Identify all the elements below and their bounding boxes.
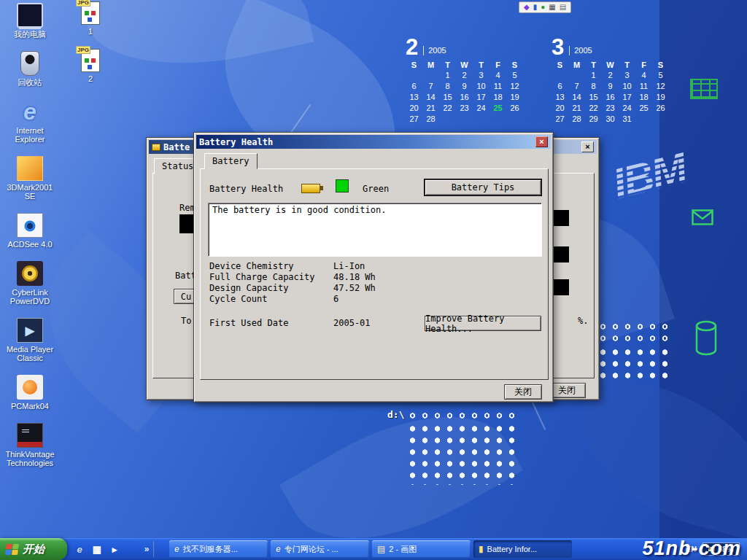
dot-pattern-solid — [597, 346, 670, 383]
taskbar-window-button[interactable]: 专门网论坛 - ... — [271, 540, 369, 558]
calendar-date — [422, 70, 439, 80]
calendar-date: 9 — [602, 81, 619, 91]
task-label: 2 - 画图 — [389, 544, 417, 555]
calendar-date: 11 — [489, 81, 506, 91]
calendar-date: 12 — [652, 81, 669, 91]
dialog-titlebar[interactable]: Battery Health × — [196, 135, 551, 149]
gauge-segment — [553, 246, 569, 262]
start-button[interactable]: 开始 — [0, 538, 67, 560]
calendar-date: 30 — [602, 114, 619, 124]
spec-row: Cycle Count 6 — [209, 294, 530, 305]
calendar-day-header: F — [489, 60, 506, 70]
indicator-icon[interactable]: ▤ — [560, 4, 566, 11]
quick-launch-icon[interactable]: ▸ — [108, 542, 121, 556]
calendar-day-header: S — [406, 60, 422, 70]
desktop-icon[interactable]: ACDSee 4.0 — [1, 213, 58, 249]
calendar-date: 4 — [635, 70, 652, 80]
calendar-day-header: T — [585, 60, 602, 70]
calendar-date: 18 — [635, 92, 652, 102]
indicator-icon[interactable]: ◆ — [524, 4, 530, 11]
calendar-day-header: S — [506, 60, 523, 70]
dot-pattern-hollow — [597, 321, 670, 345]
calendar-date: 23 — [602, 103, 619, 113]
desktop-icon[interactable]: Internet Explorer — [1, 99, 58, 144]
calendar-date: 5 — [652, 70, 669, 80]
task-label: Battery Infor... — [487, 545, 537, 553]
calendar-date: 29 — [585, 114, 602, 124]
calendar-date: 24 — [473, 103, 489, 113]
spec-label: Design Capacity — [209, 283, 333, 294]
desktop-icon-image — [17, 261, 43, 286]
indicator-toolbar[interactable]: ◆ ▮ ● ▦ ▤ — [519, 1, 571, 13]
calendar-date: 14 — [422, 92, 439, 102]
indicator-icon[interactable]: ● — [541, 4, 545, 11]
first-used-label: First Used Date — [209, 318, 333, 329]
calendar-date: 4 — [489, 70, 506, 80]
desktop-icon[interactable]: PCMark04 — [1, 375, 58, 411]
battery-health-dialog[interactable]: Battery Health × Battery Battery Health … — [193, 132, 554, 402]
taskbar-window-button[interactable]: Battery Infor... — [473, 540, 572, 558]
desktop-icon[interactable]: 我的电脑 — [1, 3, 58, 39]
calendar-dates: 1234567891011121314151617181920212223242… — [406, 70, 530, 124]
spec-row: Device Chemistry Li-Ion — [209, 261, 530, 272]
desktop-icon[interactable]: ThinkVantage Technologies — [1, 423, 58, 467]
close-button[interactable]: 关闭 — [504, 384, 542, 400]
desktop-icon[interactable]: 回收站 — [1, 51, 58, 87]
calendar-date: 9 — [456, 81, 473, 91]
calendar-date: 2 — [602, 70, 619, 80]
calendar-date: 7 — [422, 81, 439, 91]
cylinder-icon — [693, 319, 719, 360]
jpg-badge: JPG — [76, 46, 90, 54]
calendar-date — [635, 114, 652, 124]
calendar-date: 3 — [473, 70, 489, 80]
svg-text:IBM: IBM — [608, 143, 693, 207]
calendar-day-header: W — [602, 60, 619, 70]
tab-battery[interactable]: Battery — [204, 153, 258, 169]
desktop-icon[interactable]: CyberLink PowerDVD — [1, 261, 58, 306]
taskbar-window-button[interactable]: 2 - 画图 — [372, 540, 471, 558]
desktop-icon[interactable]: Media Player Classic — [1, 318, 58, 362]
desktop-file[interactable]: JPG 1 — [69, 1, 112, 36]
desktop-icon-label: 3DMark2001 SE — [1, 183, 58, 201]
calendar-date: 13 — [406, 92, 422, 102]
calendar-march: 3 2005 SMTWTFS 1234567891011121314151617… — [551, 38, 676, 124]
health-status-swatch — [336, 179, 349, 192]
calendar-date: 8 — [585, 81, 602, 91]
calendar-year: 2005 — [569, 46, 592, 55]
calendar-day-header: M — [422, 60, 439, 70]
calendar-year: 2005 — [423, 46, 446, 55]
battery-tips-button[interactable]: Battery Tips — [425, 179, 541, 195]
desktop-file[interactable]: JPG 2 — [69, 49, 112, 83]
desktop-icon[interactable]: 3DMark2001 SE — [1, 156, 58, 201]
calendar-header: 3 2005 — [551, 38, 676, 57]
dialog-title: Battery Health — [199, 137, 273, 147]
desktop-icon-image — [17, 318, 43, 343]
calendar-date: 21 — [568, 103, 585, 113]
gauge-segment — [553, 210, 569, 226]
chevron-right-icon[interactable]: » — [140, 542, 153, 556]
calendar-date: 5 — [506, 70, 523, 80]
calendar-date: 27 — [551, 114, 568, 124]
indicator-icon[interactable]: ▮ — [533, 4, 538, 11]
quick-launch-icon[interactable]: ▦ — [90, 542, 104, 556]
task-label: 找不到服务器... — [183, 544, 238, 555]
calendar-date: 18 — [489, 92, 506, 102]
taskbar-window-button[interactable]: 找不到服务器... — [169, 540, 268, 558]
calendar-date: 1 — [439, 70, 456, 80]
task-icon — [377, 545, 385, 553]
desktop-icon-image — [17, 375, 43, 400]
indicator-icon[interactable]: ▦ — [549, 4, 555, 11]
jpg-badge: JPG — [76, 0, 90, 7]
desktop-icon-label: CyberLink PowerDVD — [1, 288, 58, 306]
desktop-icon-image — [17, 99, 43, 124]
calendar-date — [506, 114, 523, 124]
desktop-icon-image — [17, 213, 43, 238]
condition-textbox[interactable]: The battery is in good condition. — [208, 203, 542, 257]
quick-launch-icon[interactable]: e — [73, 542, 86, 556]
improve-battery-health-button[interactable]: Improve Battery Health... — [425, 316, 541, 331]
close-icon[interactable]: × — [581, 141, 594, 152]
calendar-date: 16 — [456, 92, 473, 102]
calendar-month-number: 3 — [551, 38, 564, 57]
close-icon[interactable]: × — [535, 136, 548, 147]
calendar-date — [551, 70, 568, 80]
